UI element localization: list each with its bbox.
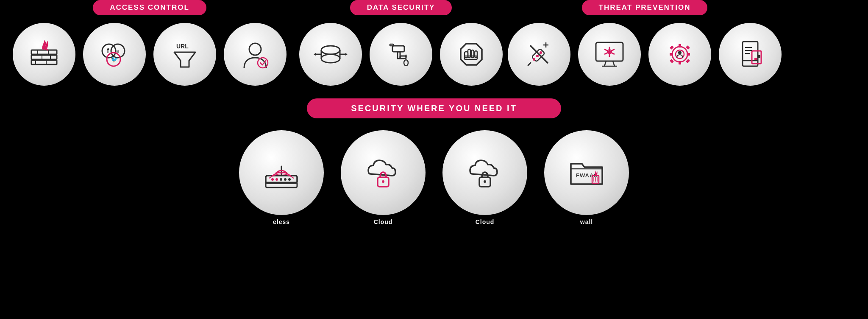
cloud-dark-label: Cloud [476,218,495,225]
top-section: ACCESS CONTROL [0,0,868,86]
security-banner-label: SECURITY WHERE YOU NEED IT [307,98,561,118]
svg-line-48 [613,61,615,66]
svg-point-77 [275,178,278,181]
fwaas-label: wall [580,218,593,225]
svg-rect-31 [390,44,393,46]
firewall-icon [27,37,61,71]
svg-point-84 [484,180,486,183]
bottom-icons-row: eless Cloud [239,130,629,225]
svg-rect-29 [400,56,406,59]
social-media-icon: f in 🐦 [97,37,131,71]
wireless-label: eless [273,218,290,225]
wireless-icon [258,149,305,196]
svg-rect-57 [679,61,681,64]
data-leak-icon-circle[interactable] [370,23,432,86]
svg-point-22 [321,54,340,63]
svg-point-43 [533,58,535,61]
svg-marker-24 [314,53,316,56]
wireless-item: eless [239,130,324,225]
cloud-pink-lock-icon [360,149,406,196]
block-icon-circle[interactable] [440,23,503,86]
access-control-icons: f in 🐦 URL [13,23,287,86]
svg-rect-27 [392,46,404,52]
svg-text:f: f [107,47,109,54]
svg-rect-34 [471,50,474,58]
svg-point-76 [271,178,274,181]
data-security-label: DATA SECURITY [350,0,452,15]
svg-rect-61 [686,45,690,50]
cloud-pink-icon-circle[interactable] [341,130,426,215]
svg-point-78 [280,178,282,181]
virus-monitor-icon [593,37,626,71]
svg-marker-16 [174,52,195,67]
cloud-dark-lock-icon [462,149,508,196]
svg-point-80 [288,178,291,181]
main-container: ACCESS CONTROL [0,0,868,319]
cloud-pink-item: Cloud [341,130,426,225]
svg-rect-0 [31,50,57,54]
svg-point-45 [540,51,542,54]
url-filter-icon: URL [168,37,202,71]
access-control-label: ACCESS CONTROL [93,0,206,15]
data-transfer-icon [314,37,348,71]
firewall-icon-circle[interactable] [13,23,75,86]
data-transfer-icon-circle[interactable] [299,23,362,86]
url-filter-icon-circle[interactable]: URL [153,23,216,86]
bottom-section: SECURITY WHERE YOU NEED IT [0,98,868,225]
svg-line-47 [604,61,606,66]
access-control-block: ACCESS CONTROL [13,0,287,86]
data-leak-icon [384,37,418,71]
svg-marker-26 [345,53,348,56]
cloud-pink-label: Cloud [374,218,393,225]
injection-icon-circle[interactable] [508,23,570,86]
threat-prevention-icons [508,23,782,86]
svg-text:URL: URL [176,43,189,50]
svg-point-64 [678,51,682,54]
threat-prevention-label: THREAT PREVENTION [582,0,708,15]
threat-prevention-block: THREAT PREVENTION [508,0,782,86]
injection-icon [522,37,556,71]
user-auth-icon [238,37,272,71]
svg-point-79 [284,178,287,181]
mobile-threat-icon [733,37,767,71]
sandbox-icon-circle[interactable] [648,23,711,86]
svg-point-82 [382,180,384,183]
svg-rect-56 [679,44,681,48]
cloud-dark-icon-circle[interactable] [442,130,527,215]
svg-point-30 [404,60,408,66]
svg-rect-59 [687,53,690,56]
svg-rect-71 [754,58,757,60]
svg-point-44 [536,55,539,57]
data-security-block: DATA SECURITY [299,0,503,86]
svg-line-42 [528,63,531,65]
fwaas-icon-circle[interactable]: FWAAS [544,130,629,215]
svg-text:🐦: 🐦 [111,56,118,63]
svg-rect-1 [31,55,57,59]
svg-point-19 [321,46,340,54]
svg-rect-62 [670,59,674,63]
cloud-dark-item: Cloud [442,130,527,225]
svg-rect-72 [758,55,760,58]
block-icon [454,37,488,71]
svg-rect-63 [686,59,690,63]
wireless-icon-circle[interactable] [239,130,324,215]
fwaas-item: FWAAS wall [544,130,629,225]
virus-monitor-icon-circle[interactable] [578,23,641,86]
svg-rect-58 [670,53,673,56]
social-media-icon-circle[interactable]: f in 🐦 [83,23,146,86]
sandbox-icon [663,37,697,71]
user-auth-icon-circle[interactable] [224,23,287,86]
fwaas-icon: FWAAS [563,149,610,196]
mobile-threat-icon-circle[interactable] [719,23,782,86]
svg-point-17 [249,43,261,55]
data-security-icons [299,23,503,86]
svg-rect-60 [670,45,674,50]
